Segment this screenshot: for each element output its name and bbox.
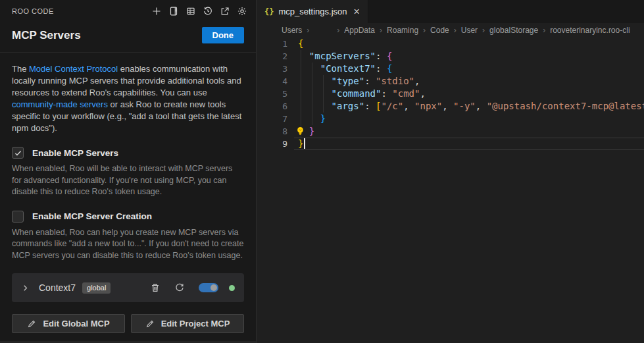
- breadcrumb-item[interactable]: AppData: [344, 26, 375, 35]
- description-link[interactable]: community-made servers: [12, 99, 108, 109]
- code-token: }: [309, 126, 314, 136]
- panel-title: ROO CODE: [12, 7, 54, 15]
- notebook-icon[interactable]: [166, 4, 181, 18]
- text-cursor: [304, 138, 305, 149]
- json-file-icon: {}: [264, 7, 274, 16]
- breadcrumb-item[interactable]: Users: [282, 26, 302, 35]
- panel-toolbar: [149, 4, 249, 18]
- indent-guide: [301, 88, 301, 100]
- code-token: {: [387, 51, 392, 61]
- code-token: {: [298, 38, 303, 49]
- breadcrumb-separator-icon: ›: [307, 26, 309, 35]
- tab-mcp-settings-json[interactable]: {} mcp_settings.json ×: [257, 0, 368, 23]
- code-line[interactable]: 6 "args": ["/c", "npx", "-y", "@upstash/…: [257, 100, 644, 113]
- code-line-content: {: [287, 38, 303, 50]
- code-line-content: "mcpServers": {: [287, 50, 392, 63]
- server-status-dot: [229, 285, 235, 291]
- indent-guide: [301, 100, 301, 113]
- enable-mcp-servers-section: Enable MCP Servers When enabled, Roo wil…: [12, 147, 244, 198]
- code-token: "@upstash/context7-mcp@latest": [487, 101, 644, 111]
- code-line-content: "args": ["/c", "npx", "-y", "@upstash/co…: [287, 100, 644, 113]
- indent-guide: [301, 113, 301, 125]
- indent-guide: [301, 50, 301, 63]
- code-token: "/c": [381, 101, 403, 111]
- code-line-content: "type": "stdio",: [287, 75, 420, 88]
- code-token: ,: [414, 76, 420, 86]
- open-in-editor-icon[interactable]: [218, 4, 232, 18]
- restart-server-icon[interactable]: [174, 282, 185, 293]
- edit-project-mcp-button[interactable]: Edit Project MCP: [131, 314, 244, 333]
- enable-mcp-servers-label: Enable MCP Servers: [32, 148, 118, 158]
- code-token: [298, 101, 332, 111]
- mcp-server-row-context7[interactable]: Context7 global: [12, 273, 244, 302]
- code-token: :: [376, 51, 387, 61]
- code-line[interactable]: 3 "Context7": {: [257, 63, 644, 75]
- breadcrumb-item[interactable]: rooveterinaryinc.roo-cli: [550, 26, 630, 35]
- code-line-content: }: [287, 113, 326, 125]
- code-token: "stdio": [376, 76, 414, 86]
- breadcrumb-separator-icon: ›: [454, 26, 457, 35]
- tab-close-icon[interactable]: ×: [354, 7, 360, 17]
- server-scope-badge: global: [82, 282, 111, 294]
- breadcrumb-separator-icon: ›: [543, 26, 545, 35]
- code-token: ,: [442, 101, 453, 111]
- line-number: 2: [257, 50, 287, 63]
- indent-guide: [301, 63, 301, 75]
- edit-global-mcp-label: Edit Global MCP: [43, 319, 109, 329]
- code-line[interactable]: 4 "type": "stdio",: [257, 75, 644, 88]
- edit-project-mcp-label: Edit Project MCP: [161, 319, 230, 329]
- code-line[interactable]: 5 "command": "cmd",: [257, 88, 644, 100]
- code-token: [298, 63, 320, 74]
- plus-icon[interactable]: [149, 4, 164, 18]
- description-link[interactable]: Model Context Protocol: [29, 64, 118, 74]
- server-enabled-toggle[interactable]: [199, 283, 218, 292]
- code-token: }: [298, 138, 303, 149]
- mcp-servers-icon[interactable]: [184, 4, 198, 18]
- history-icon[interactable]: [201, 4, 215, 18]
- mcp-header: MCP Servers Done: [0, 22, 256, 53]
- code-token: [298, 51, 309, 61]
- chevron-right-icon[interactable]: [21, 284, 30, 292]
- indent-guide: [312, 113, 312, 125]
- delete-server-icon[interactable]: [150, 282, 161, 293]
- breadcrumb-separator-icon: ›: [423, 26, 426, 35]
- code-token: ,: [476, 101, 487, 111]
- code-editor[interactable]: 1{2 "mcpServers": {3 "Context7": {4 "typ…: [257, 38, 644, 150]
- code-token: "Context7": [320, 63, 376, 74]
- done-button[interactable]: Done: [202, 27, 245, 43]
- enable-mcp-servers-checkbox[interactable]: [12, 147, 24, 159]
- code-token: "-y": [453, 101, 476, 111]
- indent-guide: [301, 75, 301, 88]
- breadcrumb-separator-icon: ›: [482, 26, 485, 35]
- code-line-content: }: [287, 125, 314, 138]
- breadcrumb-item[interactable]: User: [461, 26, 478, 35]
- code-line[interactable]: 1{: [257, 38, 644, 50]
- code-token: "npx": [414, 101, 442, 111]
- toggle-knob: [211, 284, 217, 291]
- code-token: }: [320, 113, 326, 124]
- code-token: "command": [332, 88, 382, 99]
- code-line-content: "Context7": {: [287, 63, 392, 75]
- settings-gear-icon[interactable]: [235, 4, 249, 18]
- editor-area: {} mcp_settings.json × Users››AppData›Ro…: [257, 0, 644, 343]
- breadcrumb-item[interactable]: globalStorage: [489, 26, 538, 35]
- code-line-content: }: [287, 138, 305, 150]
- page-title: MCP Servers: [12, 29, 81, 42]
- roo-code-panel: ROO CODE MCP Servers Done The Model Cont…: [0, 0, 256, 343]
- description-text: The: [12, 64, 29, 74]
- code-token: :: [376, 63, 387, 74]
- code-line[interactable]: 9}: [257, 138, 644, 150]
- code-line[interactable]: 7 }: [257, 113, 644, 125]
- edit-global-mcp-button[interactable]: Edit Global MCP: [12, 314, 125, 333]
- breadcrumb-separator-icon: ›: [380, 26, 382, 35]
- code-line[interactable]: 2 "mcpServers": {: [257, 50, 644, 63]
- code-line[interactable]: 8 }: [257, 125, 644, 138]
- code-token: "cmd": [392, 88, 420, 99]
- code-token: [298, 113, 320, 124]
- breadcrumb-item[interactable]: Roaming: [387, 26, 418, 35]
- lightbulb-code-action-icon[interactable]: [295, 126, 306, 137]
- breadcrumb-item[interactable]: Code: [430, 26, 449, 35]
- enable-mcp-creation-checkbox[interactable]: [12, 211, 24, 223]
- panel-titlebar: ROO CODE: [0, 0, 256, 22]
- indent-guide: [312, 75, 312, 88]
